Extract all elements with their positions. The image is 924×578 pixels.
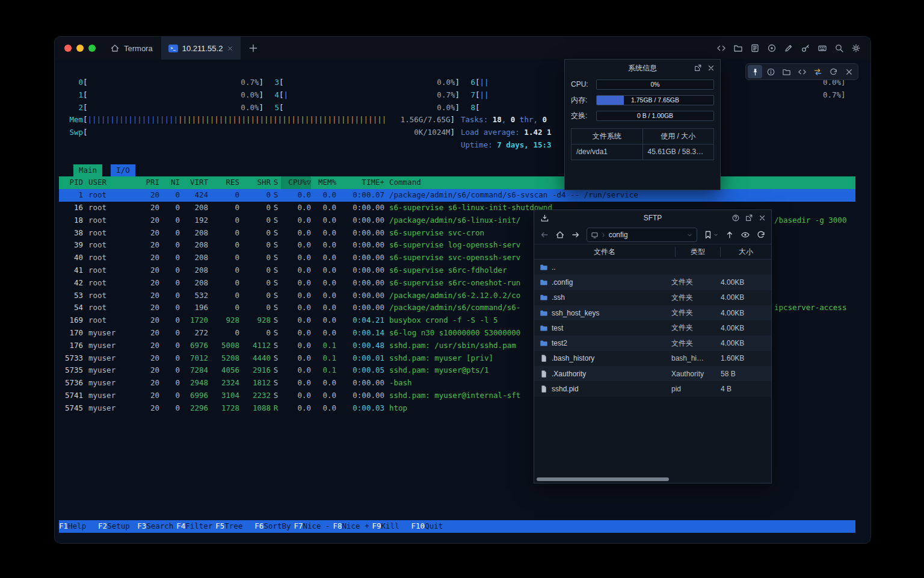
home-dir-button[interactable]: [555, 230, 565, 240]
close-tab-icon[interactable]: [227, 45, 233, 52]
load-average-line: Load average: 1.42 1: [461, 126, 552, 139]
home-tab-label: Termora: [124, 44, 153, 53]
cpu-meter-3: 3[0.0%]: [263, 76, 460, 89]
search-icon[interactable]: [834, 43, 844, 53]
zoom-window-button[interactable]: [88, 45, 96, 52]
fkey-F8[interactable]: F8Nice +: [333, 520, 372, 533]
popout-icon[interactable]: [745, 214, 753, 222]
upload-button[interactable]: [725, 230, 735, 240]
log-icon[interactable]: [750, 43, 760, 53]
tab-session-active[interactable]: >_ 10.211.55.2: [161, 37, 241, 60]
close-window-button[interactable]: [64, 45, 72, 52]
terminal-overflow-text: ipcserver-access: [774, 302, 846, 314]
titlebar: Termora >_ 10.211.55.2: [55, 37, 870, 60]
file-row[interactable]: test文件夹4.00KB: [534, 320, 771, 335]
back-button[interactable]: [540, 230, 549, 240]
app-window: Termora >_ 10.211.55.2 0[0.7%]3[0.0%]6[|…: [54, 36, 871, 544]
desktop: Termora >_ 10.211.55.2 0[0.7%]3[0.0%]6[|…: [0, 0, 924, 578]
fkey-F6[interactable]: F6SortBy: [254, 520, 294, 533]
fkey-F10[interactable]: F10Quit: [411, 520, 455, 533]
computer-icon: [591, 231, 599, 239]
refresh-icon[interactable]: [826, 65, 840, 78]
floating-toolbar: [745, 63, 858, 80]
terminal-overflow-text: 0.7%]: [823, 89, 846, 102]
process-row[interactable]: 1root20042400S0.00.00:00.07/package/admi…: [59, 189, 855, 202]
help-icon[interactable]: [732, 214, 740, 222]
record-icon[interactable]: [767, 43, 777, 53]
fs-table-header[interactable]: 文件系统使用 / 大小: [571, 129, 713, 144]
htop-tab-main[interactable]: Main: [73, 164, 102, 177]
folder-icon: [540, 339, 548, 347]
file-row[interactable]: sshd.pidpid4 B: [534, 381, 771, 396]
sftp-title: SFTP: [644, 214, 662, 222]
session-tab-label: 10.211.55.2: [182, 44, 223, 53]
folder-icon[interactable]: [779, 65, 793, 78]
file-row[interactable]: .XauthorityXauthority58 B: [534, 366, 771, 381]
process-table-header[interactable]: PIDUSERPRINIVIRTRESSHRSCPU%▽MEM%TIME+Com…: [59, 176, 855, 189]
col-filename[interactable]: 文件名: [534, 247, 675, 257]
close-panel-icon[interactable]: [758, 214, 766, 222]
col-type[interactable]: 类型: [675, 247, 720, 257]
refresh-button[interactable]: [756, 230, 766, 240]
show-hidden-button[interactable]: [741, 230, 750, 240]
download-icon[interactable]: [540, 214, 549, 223]
fkey-F9[interactable]: F9Kill: [372, 520, 411, 533]
col-size[interactable]: 大小: [720, 247, 771, 257]
tasks-line: Tasks: 18, 0 thr, 0: [461, 114, 547, 126]
sysinfo-meter: 内存:1.75GB / 7.65GB: [565, 92, 720, 108]
minimize-window-button[interactable]: [76, 45, 84, 52]
popout-icon[interactable]: [694, 64, 702, 72]
terminal-icon: >_: [168, 45, 178, 52]
cpu-meter-4: 4[|0.7%]: [263, 89, 460, 102]
fkey-F2[interactable]: F2Setup: [98, 520, 137, 533]
folder-icon: [540, 263, 548, 272]
sysinfo-panel: 系统信息 CPU:0%内存:1.75GB / 7.65GB交换:0 B / 1.…: [564, 59, 721, 190]
code-icon[interactable]: [795, 65, 809, 78]
new-tab-button[interactable]: [248, 43, 259, 54]
sftp-titlebar: SFTP: [534, 210, 771, 226]
file-icon: [540, 354, 548, 362]
fkey-F1[interactable]: F1Help: [59, 520, 98, 533]
path-breadcrumb[interactable]: config: [587, 228, 698, 242]
fkey-F4[interactable]: F4Filter: [176, 520, 215, 533]
file-row[interactable]: .ssh文件夹4.00KB: [534, 290, 771, 305]
fkey-F3[interactable]: F3Search: [137, 520, 176, 533]
pin-icon[interactable]: [748, 65, 762, 78]
fkey-F5[interactable]: F5Tree: [215, 520, 254, 533]
close-icon[interactable]: [842, 65, 856, 78]
sftp-panel: SFTP config: [534, 210, 772, 483]
cpu-meter-1: 1[0.0%]: [67, 89, 263, 102]
folder-icon[interactable]: [733, 43, 743, 53]
titlebar-toolbar: [716, 43, 870, 53]
htop-tab-io[interactable]: I/O: [111, 164, 135, 177]
caret-down-icon[interactable]: [713, 232, 719, 238]
file-row[interactable]: .config文件夹4.00KB: [534, 275, 771, 290]
traffic-lights: [55, 45, 96, 52]
bookmark-button[interactable]: [703, 230, 713, 240]
edit-icon[interactable]: [784, 43, 793, 53]
swap-meter: Swp[0K/1024M]: [67, 126, 455, 139]
info-icon[interactable]: [763, 65, 778, 78]
folder-icon: [540, 309, 548, 317]
close-panel-icon[interactable]: [707, 64, 715, 72]
settings-icon[interactable]: [851, 43, 861, 53]
forward-button[interactable]: [571, 230, 581, 240]
sysinfo-titlebar: 系统信息: [565, 60, 720, 76]
file-row[interactable]: ssh_host_keys文件夹4.00KB: [534, 305, 771, 320]
fs-table-row[interactable]: /dev/vda145.61GB / 58.3…: [571, 144, 713, 160]
tab-termora-home[interactable]: Termora: [102, 37, 161, 60]
transfer-icon[interactable]: [810, 65, 825, 78]
file-table-header[interactable]: 文件名类型大小: [534, 244, 771, 259]
file-row[interactable]: ..: [534, 259, 771, 275]
key-icon[interactable]: [801, 43, 810, 53]
file-icon: [540, 385, 548, 393]
sftp-toolbar: config: [534, 226, 771, 244]
fkey-F7[interactable]: F7Nice -: [294, 520, 333, 533]
file-row[interactable]: .bash_historybash_hi…1.60KB: [534, 351, 771, 366]
code-icon[interactable]: [716, 43, 726, 53]
cpu-meter-5: 5[0.0%]: [263, 102, 460, 114]
file-row[interactable]: test2文件夹4.00KB: [534, 335, 771, 350]
horizontal-scrollbar[interactable]: [537, 477, 669, 481]
keyboard-icon[interactable]: [818, 43, 827, 53]
caret-down-icon[interactable]: [686, 232, 693, 238]
